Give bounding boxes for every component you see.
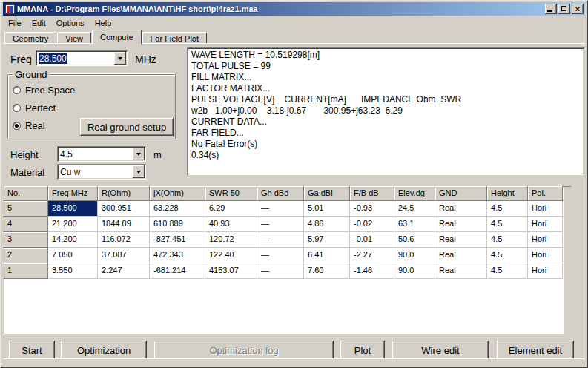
table-cell[interactable]: 63.1 — [394, 217, 435, 232]
table-cell[interactable]: 4.5 — [487, 217, 528, 232]
real-ground-setup-button[interactable]: Real ground setup — [80, 118, 174, 136]
column-header-jx-ohm[interactable]: jX(Ohm) — [150, 186, 205, 201]
table-cell[interactable]: 4.5 — [487, 263, 528, 279]
computation-output[interactable]: WAVE LENGTH = 10.519298[m]TOTAL PULSE = … — [187, 47, 584, 175]
table-cell[interactable]: -2.27 — [350, 248, 394, 263]
table-cell[interactable]: 63.228 — [150, 201, 205, 217]
table-cell[interactable]: 4.5 — [487, 201, 528, 217]
column-header-pol[interactable]: Pol. — [528, 186, 563, 201]
menu-options[interactable]: Options — [51, 18, 90, 28]
element-edit-button[interactable]: Element edit — [497, 341, 574, 360]
table-cell[interactable]: 50.6 — [394, 232, 435, 248]
column-header-gnd[interactable]: GND — [435, 186, 487, 201]
table-cell[interactable]: 7.050 — [48, 248, 98, 263]
row-header-cell[interactable]: 5 — [4, 201, 48, 217]
table-cell[interactable]: 6.41 — [304, 248, 350, 263]
table-cell[interactable]: 4.5 — [487, 248, 528, 263]
table-cell[interactable]: Hori — [528, 263, 563, 279]
menu-edit[interactable]: Edit — [27, 18, 51, 28]
wire-edit-button[interactable]: Wire edit — [392, 341, 489, 360]
table-cell[interactable]: 24.5 — [394, 201, 435, 217]
table-cell[interactable]: 40.93 — [205, 217, 257, 232]
table-cell[interactable]: 610.889 — [150, 217, 205, 232]
table-cell[interactable]: 4.86 — [304, 217, 350, 232]
column-header-elev-dg[interactable]: Elev.dg — [394, 186, 435, 201]
chevron-down-icon[interactable] — [114, 52, 126, 65]
table-cell[interactable]: -0.01 — [350, 232, 394, 248]
ground-option-perfect[interactable]: Perfect — [13, 102, 56, 114]
freq-combobox[interactable]: 28.500 — [36, 50, 128, 66]
table-cell[interactable]: 5.01 — [304, 201, 350, 217]
material-combobox[interactable]: Cu w — [57, 164, 146, 180]
radio-icon[interactable] — [13, 122, 21, 130]
table-cell[interactable]: Real — [435, 217, 487, 232]
radio-icon[interactable] — [13, 104, 21, 112]
table-cell[interactable]: 7.60 — [304, 263, 350, 279]
table-cell[interactable]: 300.951 — [98, 201, 150, 217]
table-cell[interactable]: — — [257, 217, 304, 232]
table-cell[interactable]: 2.247 — [98, 263, 150, 279]
table-cell[interactable]: — — [257, 201, 304, 217]
table-cell[interactable]: -681.214 — [150, 263, 205, 279]
table-cell[interactable]: 120.72 — [205, 232, 257, 248]
table-cell[interactable]: Real — [435, 232, 487, 248]
optimization-button[interactable]: Optimization — [61, 341, 147, 360]
table-cell[interactable]: 14.200 — [48, 232, 98, 248]
restore-button[interactable] — [558, 4, 570, 14]
tab-view[interactable]: View — [57, 32, 91, 44]
table-cell[interactable]: Real — [435, 263, 487, 279]
table-cell[interactable]: 90.0 — [394, 263, 435, 279]
table-cell[interactable]: Real — [435, 248, 487, 263]
table-cell[interactable]: 4153.07 — [205, 263, 257, 279]
table-cell[interactable]: Hori — [528, 201, 563, 217]
table-cell[interactable]: Hori — [528, 248, 563, 263]
table-cell[interactable]: -0.02 — [350, 217, 394, 232]
table-cell[interactable]: — — [257, 263, 304, 279]
plot-button[interactable]: Plot — [340, 341, 385, 360]
table-cell[interactable]: 122.40 — [205, 248, 257, 263]
table-cell[interactable]: 28.500 — [48, 201, 98, 217]
minimize-button[interactable] — [545, 4, 557, 14]
table-cell[interactable]: 116.072 — [98, 232, 150, 248]
ground-option-real[interactable]: Real — [13, 119, 45, 131]
column-header-gh-dbd[interactable]: Gh dBd — [257, 186, 304, 201]
table-cell[interactable]: 21.200 — [48, 217, 98, 232]
table-cell[interactable]: Hori — [528, 232, 563, 248]
close-button[interactable]: × — [572, 4, 584, 14]
row-header-cell[interactable]: 2 — [4, 248, 48, 263]
row-header-cell[interactable]: 3 — [4, 232, 48, 248]
row-header-cell[interactable]: 4 — [4, 217, 48, 232]
table-cell[interactable]: 4.5 — [487, 232, 528, 248]
radio-icon[interactable] — [13, 86, 21, 94]
column-header-ga-dbi[interactable]: Ga dBi — [304, 186, 350, 201]
chevron-down-icon[interactable] — [133, 165, 145, 178]
table-cell[interactable]: -1.46 — [350, 263, 394, 279]
table-cell[interactable]: Hori — [528, 217, 563, 232]
table-cell[interactable]: 3.550 — [48, 263, 98, 279]
column-header-swr-50[interactable]: SWR 50 — [205, 186, 257, 201]
table-cell[interactable]: -0.93 — [350, 201, 394, 217]
column-header-height[interactable]: Height — [487, 186, 528, 201]
table-cell[interactable]: — — [257, 248, 304, 263]
table-cell[interactable]: 5.97 — [304, 232, 350, 248]
column-header-r-ohm[interactable]: R(Ohm) — [98, 186, 150, 201]
menu-file[interactable]: File — [3, 18, 27, 28]
chevron-down-icon[interactable] — [133, 148, 145, 160]
tab-compute[interactable]: Compute — [92, 30, 142, 44]
table-cell[interactable]: 6.29 — [205, 201, 257, 217]
start-button[interactable]: Start — [9, 341, 55, 360]
table-cell[interactable]: Real — [435, 201, 487, 217]
table-cell[interactable]: — — [257, 232, 304, 248]
height-combobox[interactable]: 4.5 — [57, 146, 146, 162]
column-header-no[interactable]: No. — [4, 186, 48, 201]
tab-far-field-plot[interactable]: Far Field Plot — [142, 32, 207, 44]
table-cell[interactable]: 472.343 — [150, 248, 205, 263]
table-cell[interactable]: 1844.09 — [98, 217, 150, 232]
column-header-freq-mhz[interactable]: Freq MHz — [48, 186, 98, 201]
table-cell[interactable]: 37.087 — [98, 248, 150, 263]
tab-geometry[interactable]: Geometry — [4, 32, 56, 44]
ground-option-free-space[interactable]: Free Space — [13, 84, 75, 96]
row-header-cell[interactable]: 1 — [4, 263, 48, 279]
table-cell[interactable]: 90.0 — [394, 248, 435, 263]
table-cell[interactable]: -827.451 — [150, 232, 205, 248]
